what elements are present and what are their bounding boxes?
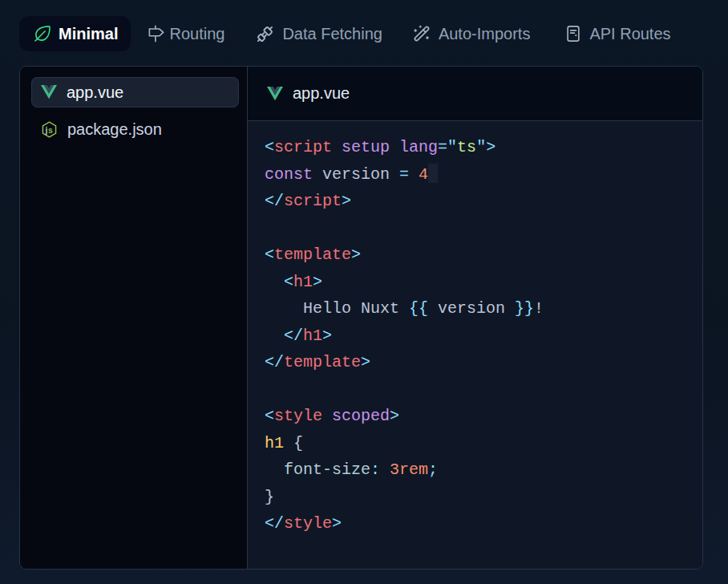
svg-text:j: j xyxy=(45,125,48,135)
svg-text:s: s xyxy=(48,125,53,135)
